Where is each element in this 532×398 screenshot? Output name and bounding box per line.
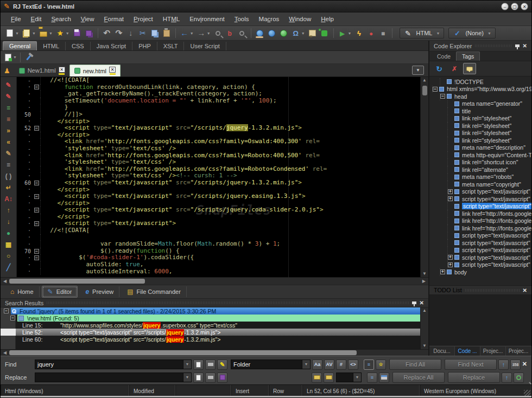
- list-results-toggle-2[interactable]: ≡: [367, 373, 377, 383]
- redo-button[interactable]: [113, 28, 125, 38]
- mode-tab-css[interactable]: CSS: [66, 42, 91, 50]
- menu-item-html[interactable]: HTML: [158, 14, 185, 24]
- new-from-template-button[interactable]: [4, 54, 12, 61]
- record-macro-button[interactable]: [365, 28, 377, 38]
- expand-icon[interactable]: −: [433, 87, 438, 92]
- upload-button[interactable]: [278, 28, 290, 38]
- spellcheck-selector[interactable]: (None)▼: [448, 28, 496, 38]
- panel-tab-code-1[interactable]: Code ...: [455, 346, 480, 356]
- delete-lines-icon[interactable]: ≡: [4, 114, 14, 124]
- save-all-button[interactable]: [83, 28, 95, 38]
- refresh-button[interactable]: ↻: [433, 63, 446, 74]
- expand-icon[interactable]: +: [448, 189, 453, 194]
- scroll-down-arrow[interactable]: ▼: [423, 271, 426, 277]
- menu-item-environment[interactable]: Environment: [185, 14, 230, 24]
- collapse-icon[interactable]: −: [10, 316, 15, 320]
- expand-icon[interactable]: +: [440, 269, 445, 274]
- join-lines-icon[interactable]: ≡: [4, 160, 14, 169]
- tree-item[interactable]: script type="text/javascript": [429, 239, 531, 247]
- mode-tab-html[interactable]: HTML: [37, 42, 66, 50]
- copy-button[interactable]: [149, 28, 161, 38]
- menu-item-macros[interactable]: Macros: [254, 14, 284, 24]
- replace-doc-option-button[interactable]: [193, 373, 204, 383]
- chevron-down-icon[interactable]: ▼: [13, 55, 17, 59]
- chevron-down-icon[interactable]: ▼: [487, 31, 491, 35]
- fold-collapse-icon[interactable]: −: [34, 208, 39, 213]
- expand-icon[interactable]: +: [448, 262, 453, 267]
- tree-item[interactable]: link rel="shortcut icon": [429, 159, 531, 166]
- chevron-down-icon[interactable]: ▼: [49, 31, 53, 35]
- menu-item-file[interactable]: File: [6, 14, 26, 24]
- tag-match-toggle[interactable]: <>: [348, 360, 358, 370]
- regex-toggle[interactable]: #: [336, 360, 346, 370]
- tools-button[interactable]: [23, 53, 35, 62]
- tree-item[interactable]: +script type="text/javascript": [429, 188, 531, 196]
- comments-toggle-button[interactable]: [463, 63, 476, 74]
- view-tab-home[interactable]: ⌂Home: [5, 286, 40, 297]
- syntax-selector[interactable]: HTML▼: [400, 28, 445, 38]
- navigate-forward-button[interactable]: ▼: [195, 28, 212, 38]
- scroll-thumb[interactable]: [422, 86, 427, 95]
- panel-tab-docu-0[interactable]: Docu...: [429, 346, 455, 356]
- find-replace-button[interactable]: [224, 28, 236, 38]
- tree-item[interactable]: link rel="stylesheet": [429, 115, 531, 123]
- tree-item[interactable]: script type="text/javascript": [429, 247, 531, 254]
- new-file-button[interactable]: ▼: [4, 28, 21, 38]
- panel-tab-projec-2[interactable]: Projec...: [480, 346, 506, 356]
- mode-tab-general[interactable]: General: [3, 41, 37, 50]
- fold-collapse-icon[interactable]: −: [34, 255, 39, 260]
- chevron-down-icon[interactable]: ▼: [190, 31, 194, 35]
- tree-item[interactable]: meta name="description": [429, 144, 531, 152]
- mask-input[interactable]: [337, 373, 353, 382]
- import-button[interactable]: [125, 28, 137, 38]
- browser-preview-button[interactable]: [254, 28, 266, 38]
- chevron-down-icon[interactable]: ▼: [301, 31, 305, 35]
- wizard-button[interactable]: ☆: [376, 360, 386, 370]
- tools-hammer-icon[interactable]: ╱: [4, 262, 14, 272]
- find-button[interactable]: [212, 28, 224, 38]
- replace-save-option-button[interactable]: [217, 373, 227, 383]
- pin-icon[interactable]: [515, 44, 520, 47]
- tree-item[interactable]: script type="text/javascript": [429, 232, 531, 240]
- tree-item[interactable]: +script type="text/javascript": [429, 195, 531, 203]
- tree-item[interactable]: meta http-equiv="Content-Type: [429, 151, 531, 159]
- editor-vertical-scrollbar[interactable]: ▲ ▼: [420, 77, 428, 277]
- tree-item[interactable]: link rel="alternate": [429, 166, 531, 174]
- special-characters-button[interactable]: ▼: [290, 28, 307, 38]
- menu-item-window[interactable]: Window: [284, 14, 316, 24]
- expand-icon[interactable]: −: [440, 94, 445, 99]
- tree-item[interactable]: link href='http://fonts.googleap: [429, 210, 531, 217]
- editor-horizontal-scrollbar[interactable]: ◀ ▶: [1, 277, 428, 285]
- tree-item[interactable]: link href='http://fonts.googleap: [429, 217, 531, 225]
- panel-tab-projec-3[interactable]: Projec...: [506, 346, 531, 356]
- navigate-back-button[interactable]: ▼: [179, 28, 195, 38]
- chevron-down-icon[interactable]: ▼: [436, 31, 440, 35]
- clipboard-panel-button[interactable]: [307, 28, 319, 38]
- find-keyboard-option-button[interactable]: [205, 360, 216, 370]
- whole-word-toggle[interactable]: AV: [324, 360, 334, 370]
- menu-item-help[interactable]: Help: [316, 14, 339, 24]
- cut-button[interactable]: [137, 28, 149, 38]
- pin-icon[interactable]: [412, 301, 416, 304]
- history-icon[interactable]: ●: [4, 228, 14, 237]
- tree-item[interactable]: meta name="copyright": [429, 181, 531, 188]
- find-in-files-button[interactable]: [236, 28, 248, 38]
- search-match-row[interactable]: Line 60:<script type="text/javascript" s…: [1, 336, 420, 343]
- tree-item[interactable]: +script type="text/javascript": [429, 261, 531, 269]
- close-icon[interactable]: ✕: [523, 287, 527, 293]
- tree-item[interactable]: link href='http://fonts.googleap: [429, 224, 531, 232]
- run-button[interactable]: ▼: [337, 28, 353, 38]
- project-icon[interactable]: ♟: [4, 67, 10, 75]
- menu-item-tools[interactable]: Tools: [230, 14, 254, 24]
- chevron-down-icon[interactable]: ▼: [15, 31, 19, 35]
- collapse-icon[interactable]: −: [4, 309, 9, 313]
- insert-line-icon[interactable]: ↵: [4, 183, 14, 192]
- chevron-down-icon[interactable]: ▼: [66, 31, 69, 35]
- menu-item-edit[interactable]: Edit: [26, 14, 47, 24]
- chevron-down-icon[interactable]: ▼: [302, 360, 310, 369]
- chevron-down-icon[interactable]: ▼: [207, 31, 211, 35]
- tree-item[interactable]: script type="text/javascript": [429, 203, 531, 210]
- close-icon[interactable]: ✕: [420, 300, 424, 306]
- sort-descending-icon[interactable]: ↓: [4, 217, 14, 226]
- document-tab-new1-html[interactable]: New1.html✕: [15, 65, 69, 76]
